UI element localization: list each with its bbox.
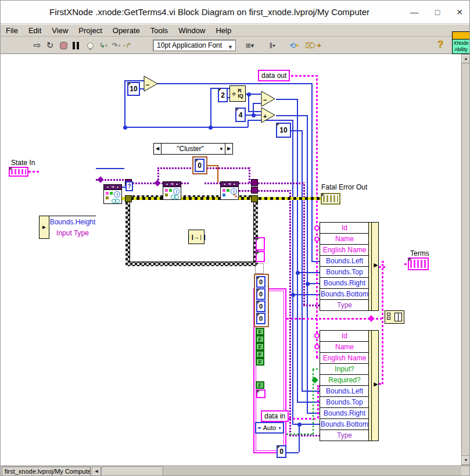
unbundle-by-name-node[interactable]: ► Bounds.Height Input Type	[39, 216, 96, 239]
wire-segment[interactable]	[210, 88, 211, 127]
distribute-objects-button[interactable]: ⫼▾	[265, 38, 280, 52]
tunnel-cluster-out-1[interactable]	[251, 179, 258, 186]
bundle1-row-english-name[interactable]: English Name	[320, 245, 369, 256]
wire-segment[interactable]	[297, 99, 298, 402]
bundle1-row-bounds-left[interactable]: Bounds.Left	[320, 256, 369, 267]
numeric-constant-0-case[interactable]: 0	[195, 159, 204, 172]
bundle1-row-id[interactable]: Id	[320, 223, 369, 234]
menu-item-tools[interactable]: Tools	[145, 24, 173, 37]
fatal-error-out-indicator[interactable]	[321, 193, 340, 205]
menu-item-project[interactable]: Project	[73, 24, 107, 37]
step-into-button[interactable]: ↳▫	[98, 38, 109, 52]
scroll-down-button[interactable]: ▼	[461, 456, 470, 465]
wire-segment[interactable]	[258, 182, 304, 184]
pause-button[interactable]	[71, 38, 80, 52]
xnode-ability-badge[interactable]: XNode Ability	[452, 31, 470, 54]
wire-segment[interactable]	[286, 434, 313, 435]
bundle1-row-type[interactable]: Type	[320, 300, 369, 311]
bundle-by-name-1[interactable]: Id Name English Name Bounds.Left Bounds.…	[320, 222, 379, 311]
wire-segment[interactable]	[276, 115, 307, 116]
bundle2-row-type[interactable]: Type	[320, 430, 369, 441]
boolean-false-constant[interactable]: F	[256, 328, 264, 335]
wire-segment[interactable]	[253, 103, 261, 104]
terms-label[interactable]: Terms	[410, 249, 429, 257]
wire-segment[interactable]	[157, 83, 311, 84]
subvi-write-cluster-info[interactable]: ➔ i ✎	[220, 181, 239, 200]
wire-segment[interactable]	[307, 115, 308, 413]
unbundle-row-input-type[interactable]: Input Type	[49, 227, 96, 239]
wire-segment[interactable]	[124, 80, 125, 127]
boolean-false-constant[interactable]: F	[256, 358, 264, 366]
subvi-get-type-info[interactable]: ➔ i	[103, 184, 122, 204]
maximize-button[interactable]: □	[428, 1, 447, 24]
wire-segment[interactable]	[292, 120, 293, 424]
string-constant-empty[interactable]	[256, 237, 265, 250]
step-over-button[interactable]: ↷▫	[111, 38, 121, 52]
bundle2-row-bounds-bottom[interactable]: Bounds.Bottom	[320, 419, 369, 430]
wire-segment[interactable]	[204, 182, 221, 184]
bundle2-row-bounds-left[interactable]: Bounds.Left	[320, 386, 369, 397]
string-constant-empty[interactable]	[256, 389, 266, 398]
wire-segment[interactable]	[124, 80, 145, 81]
state-in-terminal[interactable]	[9, 167, 28, 177]
menu-item-operate[interactable]: Operate	[107, 24, 145, 37]
run-button[interactable]: ⇨	[32, 38, 42, 52]
question-constant[interactable]: ?	[125, 181, 133, 191]
menu-item-help[interactable]: Help	[210, 24, 236, 37]
numeric-constant-10-b[interactable]: 10	[276, 123, 291, 138]
wire-segment[interactable]	[249, 167, 250, 183]
add-node[interactable]: +	[261, 107, 276, 126]
subtract-node-1[interactable]: −	[143, 76, 159, 94]
wire-segment[interactable]	[276, 99, 297, 100]
wire-segment[interactable]	[289, 190, 291, 435]
numeric-constant-0[interactable]: 0	[256, 300, 266, 312]
status-path[interactable]: first_xnode.lvproj/My Computer	[2, 467, 91, 476]
boolean-false-constant[interactable]: F	[256, 335, 264, 343]
tunnel-cluster-out-2[interactable]	[251, 187, 258, 194]
wire-segment[interactable]	[124, 127, 248, 128]
numeric-constant-0-bottom[interactable]: 0	[277, 445, 286, 458]
wire-segment[interactable]	[96, 168, 124, 169]
wire-segment[interactable]	[286, 452, 299, 453]
wire-segment[interactable]	[181, 182, 189, 184]
bundle2-row-bounds-top[interactable]: Bounds.Top	[320, 397, 369, 408]
bundle2-row-name[interactable]: Name	[320, 342, 369, 353]
tunnel-error-out[interactable]	[251, 195, 258, 202]
numeric-constant-10-a[interactable]: 10	[127, 82, 140, 96]
selector-dropdown-icon[interactable]: ▼	[219, 146, 225, 152]
horizontal-scrollbar-track[interactable]	[164, 467, 461, 476]
wire-segment[interactable]	[289, 435, 320, 436]
data-in-label[interactable]: data in	[261, 410, 289, 422]
bundle1-row-bounds-bottom[interactable]: Bounds.Bottom	[320, 289, 369, 300]
boolean-false-constant[interactable]: F	[256, 343, 264, 350]
wire-segment[interactable]	[299, 424, 300, 452]
wire-segment[interactable]	[297, 402, 320, 403]
wire-segment[interactable]	[302, 130, 303, 391]
wire-segment[interactable]	[258, 190, 290, 192]
selector-next-arrow-icon[interactable]: ▶	[225, 144, 232, 154]
bundle1-row-bounds-top[interactable]: Bounds.Top	[320, 267, 369, 278]
scroll-left-button[interactable]: ◀	[92, 467, 101, 476]
unbundle-row-bounds-height[interactable]: Bounds.Height	[49, 216, 96, 228]
bundle2-row-required[interactable]: Required?	[320, 375, 369, 386]
case-selector-label[interactable]: ◀ "Cluster" ▼ ▶	[153, 143, 233, 155]
menu-item-view[interactable]: View	[46, 24, 73, 37]
auto-ring-constant[interactable]: ◂▸ Auto ▼	[255, 422, 284, 434]
wire-segment[interactable]	[217, 165, 218, 182]
bundle1-row-bounds-right[interactable]: Bounds.Right	[320, 278, 369, 289]
menu-item-edit[interactable]: Edit	[23, 24, 46, 37]
terms-indicator[interactable]	[408, 257, 429, 270]
wire-segment[interactable]	[382, 261, 383, 384]
scroll-up-button[interactable]: ▲	[461, 54, 470, 63]
state-in-label[interactable]: State In	[11, 159, 35, 167]
numeric-constant-0[interactable]: 0	[256, 313, 266, 324]
wire-segment[interactable]	[379, 266, 385, 268]
selector-prev-arrow-icon[interactable]: ◀	[154, 144, 162, 154]
wire-segment[interactable]	[248, 111, 261, 112]
quotient-remainder-node[interactable]: ÷ RIQ	[229, 85, 246, 102]
step-out-button[interactable]: ▫↱	[123, 38, 132, 52]
bundle2-row-id[interactable]: Id	[320, 331, 369, 342]
boolean-false-constant[interactable]: F	[256, 350, 264, 358]
block-diagram-canvas[interactable]: ◀ "Cluster" ▼ ▶ 10 − 2 ÷ RIQ − + 4	[1, 54, 461, 466]
align-objects-button[interactable]: ⊞▾	[242, 38, 257, 52]
